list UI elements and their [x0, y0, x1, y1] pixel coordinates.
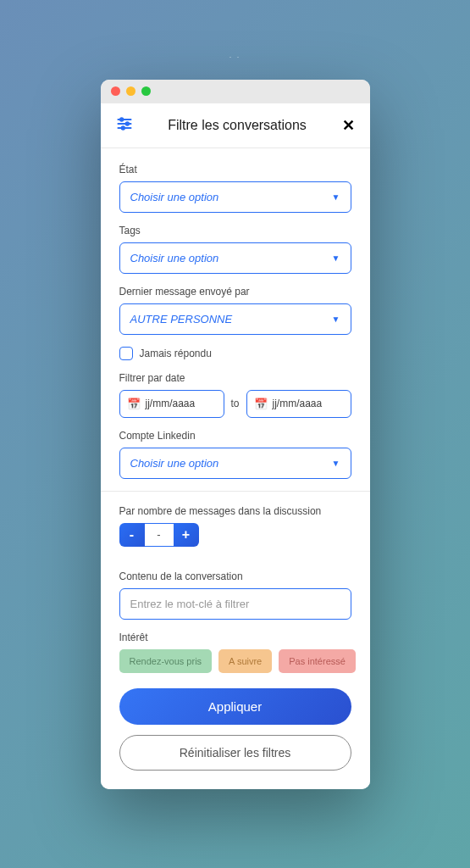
- tag-rendez-vous[interactable]: Rendez-vous pris: [119, 649, 213, 673]
- close-icon[interactable]: ✕: [342, 116, 355, 135]
- panel-header: Filtre les conversations ✕: [101, 103, 370, 148]
- tags-select[interactable]: Choisir une option ▼: [119, 242, 351, 274]
- compte-linkedin-select[interactable]: Choisir une option ▼: [119, 448, 351, 479]
- interet-label: Intérêt: [119, 632, 351, 643]
- field-par-date: Filtrer par date 📅 jj/mm/aaaa to 📅 jj/mm…: [119, 372, 351, 418]
- chevron-down-icon: ▼: [332, 253, 340, 263]
- window-minimize-dot[interactable]: [126, 86, 135, 96]
- svg-point-4: [125, 122, 128, 125]
- tag-pas-interesse[interactable]: Pas intéressé: [279, 649, 356, 673]
- etat-select[interactable]: Choisir une option ▼: [119, 181, 351, 213]
- date-to-placeholder: jj/mm/aaaa: [273, 398, 323, 409]
- interet-tags: Rendez-vous pris A suivre Pas intéressé: [119, 649, 351, 673]
- window-close-dot[interactable]: [111, 86, 120, 96]
- stepper-minus-button[interactable]: -: [119, 523, 145, 547]
- divider: [101, 491, 370, 492]
- jamais-repondu-label: Jamais répondu: [140, 348, 212, 359]
- filter-icon: [116, 115, 133, 136]
- compte-linkedin-placeholder: Choisir une option: [130, 457, 219, 470]
- jamais-repondu-row: Jamais répondu: [119, 347, 351, 360]
- window-maximize-dot[interactable]: [141, 86, 151, 96]
- date-row: 📅 jj/mm/aaaa to 📅 jj/mm/aaaa: [119, 390, 351, 418]
- stepper-value: -: [145, 523, 174, 547]
- field-etat: État Choisir une option ▼: [119, 164, 351, 213]
- etat-label: État: [119, 164, 351, 175]
- panel-title: Filtre les conversations: [168, 118, 307, 133]
- dernier-message-label: Dernier message envoyé par: [119, 286, 351, 298]
- svg-point-5: [121, 126, 124, 129]
- apply-button[interactable]: Appliquer: [119, 688, 351, 725]
- stepper-plus-button[interactable]: +: [174, 523, 199, 547]
- field-contenu: Contenu de la conversation: [119, 570, 351, 620]
- field-tags: Tags Choisir une option ▼: [119, 225, 351, 274]
- field-compte-linkedin: Compte Linkedin Choisir une option ▼: [119, 430, 351, 479]
- date-to-input[interactable]: 📅 jj/mm/aaaa: [246, 390, 351, 418]
- svg-point-3: [120, 118, 123, 120]
- par-date-label: Filtrer par date: [119, 372, 351, 384]
- field-nb-messages: Par nombre de messages dans la discussio…: [119, 505, 351, 559]
- reset-button[interactable]: Réinitialiser les filtres: [119, 735, 351, 771]
- chevron-down-icon: ▼: [332, 314, 340, 324]
- field-dernier-message: Dernier message envoyé par AUTRE PERSONN…: [119, 286, 351, 335]
- date-separator: to: [231, 398, 240, 409]
- contenu-input[interactable]: [119, 588, 351, 620]
- chevron-down-icon: ▼: [332, 192, 340, 202]
- date-from-placeholder: jj/mm/aaaa: [146, 398, 196, 409]
- tags-placeholder: Choisir une option: [130, 252, 219, 264]
- dernier-message-value: AUTRE PERSONNE: [130, 313, 233, 326]
- field-interet: Intérêt Rendez-vous pris A suivre Pas in…: [119, 632, 351, 673]
- jamais-repondu-checkbox[interactable]: [119, 347, 133, 360]
- tag-a-suivre[interactable]: A suivre: [218, 649, 272, 673]
- nb-messages-stepper: - - +: [119, 523, 199, 547]
- contenu-label: Contenu de la conversation: [119, 570, 351, 582]
- calendar-icon: 📅: [127, 398, 141, 410]
- filter-window: Filtre les conversations ✕ État Choisir …: [101, 80, 370, 789]
- decorative-dots: · ·: [229, 53, 241, 61]
- etat-placeholder: Choisir une option: [130, 191, 219, 203]
- panel-content: État Choisir une option ▼ Tags Choisir u…: [101, 148, 370, 789]
- nb-messages-label: Par nombre de messages dans la discussio…: [119, 505, 351, 517]
- compte-linkedin-label: Compte Linkedin: [119, 430, 351, 442]
- date-from-input[interactable]: 📅 jj/mm/aaaa: [119, 390, 224, 418]
- window-titlebar: [101, 80, 370, 103]
- tags-label: Tags: [119, 225, 351, 236]
- dernier-message-select[interactable]: AUTRE PERSONNE ▼: [119, 303, 351, 335]
- chevron-down-icon: ▼: [332, 459, 340, 468]
- calendar-icon: 📅: [254, 398, 268, 410]
